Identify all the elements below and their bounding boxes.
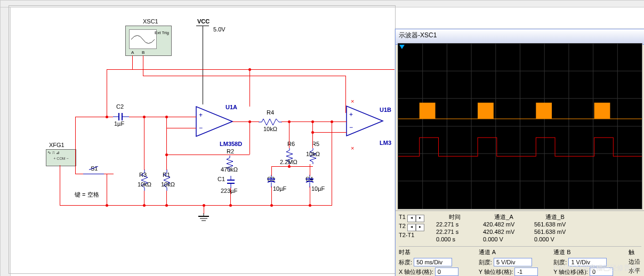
vcc-value: 5.0V [213, 26, 226, 33]
timebase-scale-input[interactable]: 50 ms/Div [414, 258, 452, 266]
opamp-u1a[interactable]: +− [191, 104, 239, 140]
chB-ypos-input[interactable]: 0 [590, 267, 613, 276]
r4-ref: R4 [267, 109, 274, 116]
node [309, 204, 311, 207]
chB-scale-input[interactable]: 1 V/Div [568, 258, 607, 266]
node [143, 116, 146, 118]
node [331, 120, 333, 123]
wire [230, 188, 231, 206]
chA-scale-input[interactable]: 5 V/Div [494, 258, 532, 266]
xsc-pin-b: B [142, 50, 144, 55]
t1-time: 22.271 s [436, 221, 473, 228]
t1-left-button[interactable]: ◂ [407, 215, 416, 222]
wire [345, 76, 346, 113]
r3-val: 10kΩ [138, 181, 151, 188]
scope-grid [398, 44, 642, 209]
c1-val: 223µF [221, 188, 237, 194]
trigger-edge-label: 边沿 [629, 258, 641, 266]
node [311, 120, 314, 123]
trigger-horiz-label: 水平 [629, 267, 641, 275]
scope-control-panel: T1 ◂▸ T2 ◂▸ T2-T1 时间 22.271 s 22.271 s 0… [396, 210, 644, 276]
r5-val: 10kΩ [306, 151, 320, 157]
t2-left-button[interactable]: ◂ [407, 224, 416, 231]
t2-time: 22.271 s [436, 228, 473, 236]
chB-ypos-label: Y 轴位移(格): [553, 269, 588, 275]
wire [249, 69, 250, 107]
chA-ypos-label: Y 轴位移(格): [479, 269, 513, 275]
wire [289, 121, 289, 148]
node [203, 204, 205, 207]
dt-a: 0.000 V [483, 236, 525, 243]
xsc-pin-a: A [131, 50, 134, 55]
time-header: 时间 [436, 213, 473, 221]
wire [129, 117, 196, 117]
wire [166, 117, 167, 170]
cursor-readout: T1 ◂▸ T2 ◂▸ T2-T1 时间 22.271 s 22.271 s 0… [399, 213, 641, 243]
vcc-label: VCC [197, 18, 210, 25]
chA-scale-label: 刻度: [479, 259, 492, 265]
oscilloscope-window[interactable]: 示波器-XSC1 [395, 29, 644, 276]
oscilloscope-instrument[interactable]: Ext Trig A B [125, 26, 172, 56]
wire [271, 166, 313, 167]
wire [166, 128, 196, 128]
svg-rect-38 [420, 103, 436, 119]
t1-b: 561.638 mV [534, 221, 576, 228]
chB-label: 通道 B [553, 248, 622, 256]
r2-ref: R2 [227, 148, 234, 155]
wire [310, 164, 310, 176]
r1-val: 10kΩ [161, 181, 175, 188]
node [229, 204, 232, 207]
r4-val: 10kΩ [263, 126, 277, 132]
cursor-t1-marker[interactable] [399, 45, 405, 49]
node [165, 153, 168, 156]
ground-symbol [197, 213, 210, 225]
timebase-xpos-input[interactable]: 0 [435, 267, 458, 276]
workspace: XSC1 Ext Trig A B VCC 5.0V XFG1 ∿ ⎍ ⊿ + … [0, 0, 644, 276]
wire [143, 76, 345, 76]
t1-right-button[interactable]: ▸ [416, 215, 424, 222]
timebase-label: 时基 [399, 248, 472, 256]
wire [166, 155, 249, 155]
trigger-label: 触 [629, 248, 641, 256]
res-r4[interactable] [259, 118, 282, 125]
svg-text:−: − [199, 124, 203, 132]
xsc-mini-display [129, 29, 157, 49]
wire [332, 121, 332, 206]
res-r1[interactable] [163, 169, 170, 192]
c2-ref: C2 [116, 103, 124, 110]
xfg-com-label: COM [57, 157, 65, 160]
opamp-u1b[interactable]: +− [341, 104, 389, 139]
c3-val: 10µF [273, 185, 286, 192]
node [288, 165, 291, 168]
wire [312, 121, 313, 148]
dt-label: T2-T1 [399, 231, 426, 239]
svg-rect-41 [594, 103, 610, 119]
function-generator[interactable]: ∿ ⎍ ⊿ + COM − [46, 149, 76, 166]
t2-a: 420.482 mV [483, 228, 525, 236]
c4-val: 10µF [311, 185, 325, 192]
node [311, 131, 314, 134]
wire [249, 121, 250, 155]
scope-screen[interactable] [398, 43, 642, 209]
chA-ypos-input[interactable]: -1 [514, 267, 538, 276]
node [270, 204, 273, 207]
wire [271, 166, 272, 176]
switch-s1[interactable] [83, 174, 104, 174]
svg-rect-40 [536, 103, 552, 119]
wire [144, 191, 144, 206]
t2-b: 561.638 mV [534, 228, 576, 236]
t2-right-button[interactable]: ▸ [416, 224, 424, 231]
svg-text:+: + [199, 111, 203, 119]
res-r3[interactable] [141, 169, 147, 192]
c1-ref: C1 [218, 176, 225, 182]
wire [107, 69, 107, 117]
wire [281, 121, 347, 122]
tb-xpos-label: X 轴位移(格): [399, 269, 433, 275]
xsc1-ref: XSC1 [143, 18, 158, 25]
probe-x-icon: × [351, 145, 354, 151]
scope-title-bar[interactable]: 示波器-XSC1 [396, 29, 644, 45]
dt-time: 0.000 s [436, 236, 473, 243]
t1-label: T1 [399, 214, 406, 220]
u1b-part: LM3 [380, 140, 391, 146]
svg-text:+: + [349, 111, 353, 118]
